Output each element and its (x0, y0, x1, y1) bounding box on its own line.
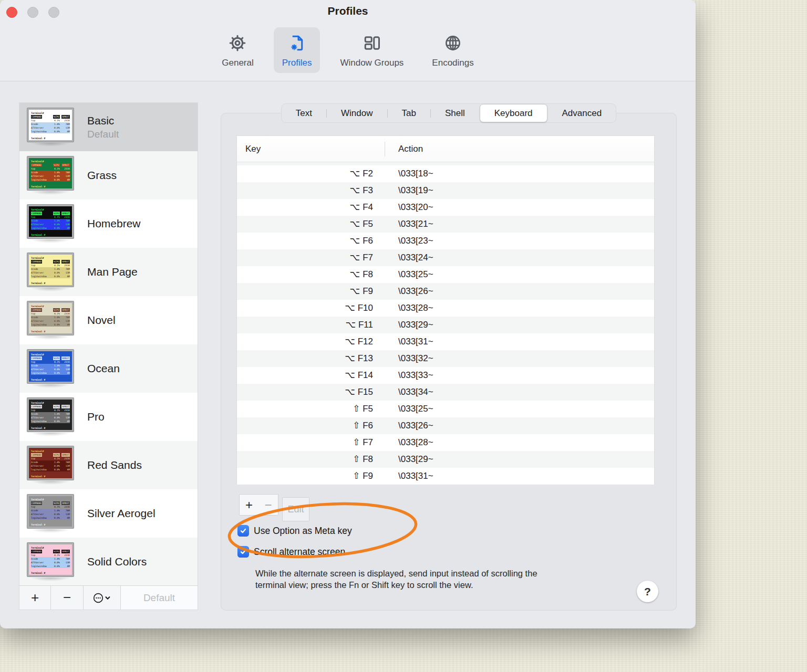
gear-icon (228, 32, 247, 55)
profile-row-homebrew[interactable]: Terminal#COMMAND%CPURPRVTtop4.1%231KXcod… (19, 200, 198, 248)
table-row[interactable]: ⇧ F5\033[25~ (237, 401, 654, 417)
table-row[interactable]: ⌥ F8\033[25~ (237, 266, 654, 283)
edit-key-button[interactable]: Edit (282, 497, 309, 521)
profile-thumbnail: Terminal#COMMAND%CPURPRVTtop4.1%231KXcod… (27, 156, 74, 195)
use-option-as-meta-key-checkbox[interactable] (237, 525, 249, 537)
profile-thumbnail: Terminal#COMMAND%CPURPRVTtop4.1%231KXcod… (27, 301, 74, 340)
toolbar-item-general[interactable]: General (213, 27, 262, 73)
profile-name: Silver Aerogel (87, 507, 156, 520)
profile-row-solid-colors[interactable]: Terminal#COMMAND%CPURPRVTtop4.1%231KXcod… (19, 538, 198, 586)
profile-thumbnail: Terminal#COMMAND%CPURPRVTtop4.1%231KXcod… (27, 446, 74, 485)
globe-icon (443, 32, 462, 55)
remove-profile-button[interactable]: − (51, 586, 84, 610)
profile-row-pro[interactable]: Terminal#COMMAND%CPURPRVTtop4.1%231KXcod… (19, 393, 198, 441)
profile-doc-icon (287, 32, 306, 55)
table-row[interactable]: ⌥ F3\033[19~ (237, 182, 654, 199)
remove-key-button[interactable]: − (258, 494, 278, 516)
profile-actions-menu-button[interactable] (84, 586, 121, 610)
profile-thumbnail: Terminal#COMMAND%CPURPRVTtop4.1%231KXcod… (27, 398, 74, 436)
add-profile-button[interactable]: + (19, 586, 51, 610)
profile-row-grass[interactable]: Terminal#COMMAND%CPURPRVTtop4.1%231KXcod… (19, 151, 198, 200)
tab-advanced[interactable]: Advanced (548, 103, 616, 123)
profile-name: Homebrew (87, 217, 141, 230)
profile-thumbnail: Terminal#COMMAND%CPURPRVTtop4.1%231KXcod… (27, 205, 74, 243)
toolbar-item-profiles[interactable]: Profiles (274, 27, 320, 73)
profile-thumbnail: Terminal#COMMAND%CPURPRVTtop4.1%231KXcod… (27, 108, 74, 146)
profile-name: Solid Colors (87, 555, 147, 568)
table-row[interactable]: ⌥ F9\033[26~ (237, 283, 654, 300)
table-row[interactable]: ⇧ F7\033[28~ (237, 434, 654, 451)
column-header-key: Key (245, 136, 261, 162)
profile-thumbnail: Terminal#COMMAND%CPURPRVTtop4.1%231KXcod… (27, 543, 74, 581)
scroll-alternate-screen-checkbox[interactable] (237, 546, 249, 558)
tab-text[interactable]: Text (282, 103, 326, 123)
profile-row-basic[interactable]: Terminal#COMMAND%CPURPRVTtop4.1%231KXcod… (19, 103, 198, 151)
toolbar-item-label: Profiles (282, 58, 312, 68)
table-row[interactable]: ⌥ F7\033[24~ (237, 249, 654, 266)
checkbox-label: Scroll alternate screen (254, 547, 345, 558)
tab-shell[interactable]: Shell (431, 103, 479, 123)
window-title: Profiles (0, 5, 696, 17)
toolbar: General Profiles Window Groups Encodings (0, 27, 696, 73)
help-button[interactable]: ? (637, 581, 658, 602)
profile-row-silver-aerogel[interactable]: Terminal#COMMAND%CPURPRVTtop4.1%231KXcod… (19, 489, 198, 538)
table-row[interactable]: ⇧ F9\033[31~ (237, 468, 654, 485)
more-options-icon (92, 592, 111, 604)
tab-window[interactable]: Window (327, 103, 387, 123)
table-row[interactable]: ⌥ F6\033[23~ (237, 233, 654, 249)
table-body: ⌥ F2\033[18~⌥ F3\033[19~⌥ F4\033[20~⌥ F5… (237, 165, 654, 485)
toolbar-item-encodings[interactable]: Encodings (423, 27, 482, 73)
add-key-button[interactable]: + (239, 494, 259, 516)
profile-name: Ocean (87, 362, 120, 375)
table-row[interactable]: ⌥ F2\033[18~ (237, 165, 654, 182)
toolbar-item-window-groups[interactable]: Window Groups (332, 27, 412, 73)
table-row[interactable]: ⌥ F11\033[29~ (237, 317, 654, 333)
profile-name: Novel (87, 314, 116, 327)
table-row[interactable]: ⌥ F14\033[33~ (237, 367, 654, 384)
profile-subtitle: Default (87, 129, 119, 140)
preferences-window: Profiles General Profiles Window Groups … (0, 0, 696, 628)
toolbar-item-label: Encodings (432, 58, 473, 68)
tab-keyboard[interactable]: Keyboard (480, 104, 547, 122)
profile-row-man-page[interactable]: Terminal#COMMAND%CPURPRVTtop4.1%231KXcod… (19, 248, 198, 296)
profile-name: Man Page (87, 266, 138, 278)
profile-row-red-sands[interactable]: Terminal#COMMAND%CPURPRVTtop4.1%231KXcod… (19, 441, 198, 489)
profile-row-ocean[interactable]: Terminal#COMMAND%CPURPRVTtop4.1%231KXcod… (19, 344, 198, 393)
profile-name: Basic (87, 114, 119, 127)
tab-tab[interactable]: Tab (388, 103, 430, 123)
toolbar-item-label: General (222, 58, 253, 68)
toolbar-item-label: Window Groups (340, 58, 404, 68)
profile-row-novel[interactable]: Terminal#COMMAND%CPURPRVTtop4.1%231KXcod… (19, 296, 198, 344)
column-divider (385, 142, 385, 156)
table-header: Key Action (237, 136, 654, 162)
tab-bar: TextWindowTabShellKeyboardAdvanced (281, 103, 616, 123)
default-profile-button[interactable]: Default (121, 586, 198, 610)
table-row[interactable]: ⇧ F6\033[26~ (237, 417, 654, 434)
profile-thumbnail: Terminal#COMMAND%CPURPRVTtop4.1%231KXcod… (27, 495, 74, 533)
alternate-screen-help-text: While the alternate screen is displayed,… (255, 568, 618, 591)
sidebar-footer: + − Default (19, 585, 198, 610)
column-header-action: Action (398, 136, 423, 162)
table-row[interactable]: ⌥ F10\033[28~ (237, 300, 654, 317)
profile-list: Terminal#COMMAND%CPURPRVTtop4.1%231KXcod… (19, 103, 198, 586)
profile-sidebar: Terminal#COMMAND%CPURPRVTtop4.1%231KXcod… (19, 102, 198, 610)
table-row[interactable]: ⌥ F12\033[31~ (237, 333, 654, 350)
profile-name: Pro (87, 411, 105, 423)
table-row[interactable]: ⌥ F5\033[21~ (237, 216, 654, 233)
key-mapping-table[interactable]: Key Action ⌥ F2\033[18~⌥ F3\033[19~⌥ F4\… (236, 135, 655, 484)
table-row[interactable]: ⌥ F13\033[32~ (237, 350, 654, 367)
profile-name: Grass (87, 169, 117, 182)
table-row[interactable]: ⌥ F4\033[20~ (237, 199, 654, 216)
use-option-as-meta-key-row: Use Option as Meta key (237, 525, 352, 537)
profile-thumbnail: Terminal#COMMAND%CPURPRVTtop4.1%231KXcod… (27, 253, 74, 291)
table-row[interactable]: ⌥ F15\033[34~ (237, 384, 654, 401)
titlebar: Profiles General Profiles Window Groups … (0, 0, 696, 81)
profile-name: Red Sands (87, 459, 142, 471)
profile-thumbnail: Terminal#COMMAND%CPURPRVTtop4.1%231KXcod… (27, 350, 74, 388)
window-groups-icon (362, 32, 382, 55)
checkbox-label: Use Option as Meta key (254, 526, 352, 537)
table-row[interactable]: ⇧ F8\033[29~ (237, 451, 654, 468)
scroll-alternate-screen-row: Scroll alternate screen (237, 546, 345, 558)
